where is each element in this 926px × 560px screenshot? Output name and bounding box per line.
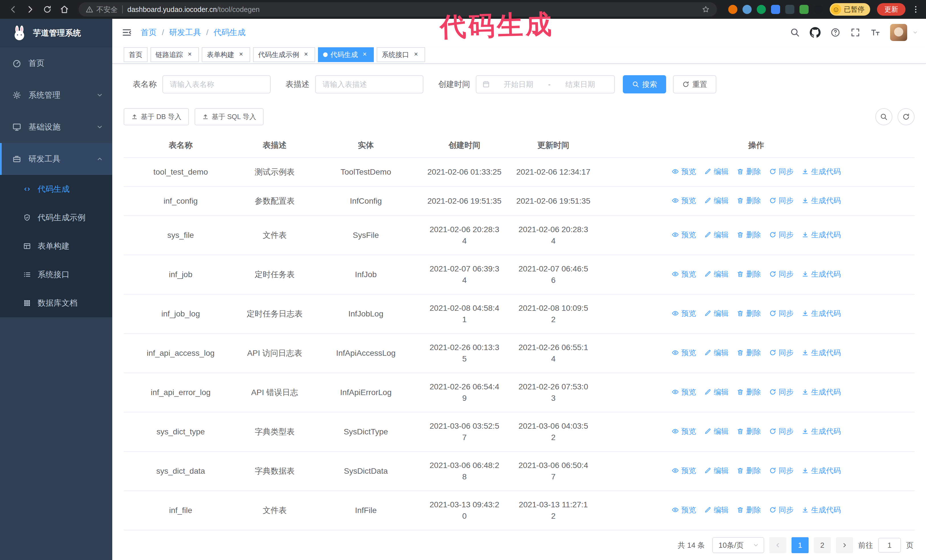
preview-link[interactable]: 预览 bbox=[672, 426, 696, 437]
delete-link[interactable]: 删除 bbox=[737, 166, 761, 177]
close-icon[interactable]: × bbox=[361, 51, 369, 59]
extension-fox-icon[interactable] bbox=[728, 5, 737, 14]
tab-codegen[interactable]: 代码生成× bbox=[318, 47, 374, 62]
sidebar-item-home[interactable]: 首页 bbox=[0, 47, 112, 79]
sidebar-subitem-db-doc[interactable]: 数据库文档 bbox=[0, 289, 112, 317]
delete-link[interactable]: 删除 bbox=[737, 426, 761, 437]
close-icon[interactable]: × bbox=[237, 51, 245, 59]
browser-home-button[interactable] bbox=[57, 2, 72, 17]
tab-home[interactable]: 首页 bbox=[124, 47, 148, 62]
close-icon[interactable]: × bbox=[186, 51, 194, 59]
tab-codegen-example[interactable]: 代码生成示例× bbox=[253, 47, 315, 62]
sidebar-item-dev-tools[interactable]: 研发工具 bbox=[0, 143, 112, 175]
delete-link[interactable]: 删除 bbox=[737, 308, 761, 319]
generate-link[interactable]: 生成代码 bbox=[802, 426, 841, 437]
extension-leaf-icon[interactable] bbox=[799, 5, 809, 14]
breadcrumb-dev-tools[interactable]: 研发工具 bbox=[157, 27, 201, 38]
generate-link[interactable]: 生成代码 bbox=[802, 347, 841, 358]
delete-link[interactable]: 删除 bbox=[737, 504, 761, 516]
edit-link[interactable]: 编辑 bbox=[704, 308, 729, 319]
preview-link[interactable]: 预览 bbox=[672, 504, 696, 516]
preview-link[interactable]: 预览 bbox=[672, 229, 696, 240]
extension-knot-icon[interactable] bbox=[814, 5, 823, 14]
edit-link[interactable]: 编辑 bbox=[704, 465, 729, 476]
edit-link[interactable]: 编辑 bbox=[704, 166, 729, 177]
generate-link[interactable]: 生成代码 bbox=[802, 465, 841, 476]
font-size-icon[interactable] bbox=[870, 27, 881, 38]
sidebar-subitem-codegen-example[interactable]: 代码生成示例 bbox=[0, 203, 112, 232]
sidebar-item-infra[interactable]: 基础设施 bbox=[0, 111, 112, 143]
delete-link[interactable]: 删除 bbox=[737, 386, 761, 398]
edit-link[interactable]: 编辑 bbox=[704, 347, 729, 358]
close-icon[interactable]: × bbox=[412, 51, 420, 59]
sync-link[interactable]: 同步 bbox=[769, 308, 793, 319]
generate-link[interactable]: 生成代码 bbox=[802, 268, 841, 280]
sync-link[interactable]: 同步 bbox=[769, 229, 793, 240]
sync-link[interactable]: 同步 bbox=[769, 504, 793, 516]
avatar[interactable] bbox=[890, 24, 907, 41]
goto-page-input[interactable] bbox=[878, 538, 901, 552]
preview-link[interactable]: 预览 bbox=[672, 465, 696, 476]
sidebar-subitem-codegen[interactable]: 代码生成 bbox=[0, 175, 112, 203]
generate-link[interactable]: 生成代码 bbox=[802, 504, 841, 516]
extension-drop-icon[interactable] bbox=[743, 5, 752, 14]
sync-link[interactable]: 同步 bbox=[769, 347, 793, 358]
sidebar-subitem-api[interactable]: 系统接口 bbox=[0, 260, 112, 289]
close-icon[interactable]: × bbox=[302, 51, 310, 59]
search-icon[interactable] bbox=[790, 27, 800, 38]
help-icon[interactable] bbox=[830, 27, 841, 38]
fullscreen-icon[interactable] bbox=[850, 27, 861, 38]
tab-tracing[interactable]: 链路追踪× bbox=[150, 47, 199, 62]
sync-link[interactable]: 同步 bbox=[769, 386, 793, 398]
sidebar-item-system[interactable]: 系统管理 bbox=[0, 79, 112, 111]
browser-back-button[interactable] bbox=[6, 2, 21, 17]
chrome-update-button[interactable]: 更新 bbox=[877, 3, 905, 16]
preview-link[interactable]: 预览 bbox=[672, 195, 696, 206]
sync-link[interactable]: 同步 bbox=[769, 166, 793, 177]
sync-link[interactable]: 同步 bbox=[769, 268, 793, 280]
create-time-range-picker[interactable]: 开始日期 - 结束日期 bbox=[476, 75, 615, 94]
breadcrumb-codegen[interactable]: 代码生成 bbox=[201, 27, 246, 38]
generate-link[interactable]: 生成代码 bbox=[802, 166, 841, 177]
github-icon[interactable] bbox=[810, 27, 820, 38]
table-desc-input[interactable] bbox=[315, 75, 424, 94]
page-2-button[interactable]: 2 bbox=[814, 537, 831, 553]
page-1-button[interactable]: 1 bbox=[791, 537, 809, 553]
profile-paused-badge[interactable]: ☺ 已暂停 bbox=[830, 3, 870, 16]
delete-link[interactable]: 删除 bbox=[737, 465, 761, 476]
extension-dark-icon[interactable] bbox=[785, 5, 794, 14]
toggle-search-button[interactable] bbox=[875, 108, 893, 125]
security-indicator[interactable]: 不安全 bbox=[85, 5, 118, 14]
import-sql-button[interactable]: 基于 SQL 导入 bbox=[195, 108, 263, 125]
breadcrumb-home[interactable]: 首页 bbox=[141, 27, 157, 38]
extension-people-icon[interactable] bbox=[771, 5, 780, 14]
tab-api[interactable]: 系统接口× bbox=[377, 47, 425, 62]
generate-link[interactable]: 生成代码 bbox=[802, 229, 841, 240]
import-db-button[interactable]: 基于 DB 导入 bbox=[124, 108, 189, 125]
sync-link[interactable]: 同步 bbox=[769, 195, 793, 206]
prev-page-button[interactable] bbox=[769, 537, 787, 553]
tab-form-builder[interactable]: 表单构建× bbox=[202, 47, 250, 62]
edit-link[interactable]: 编辑 bbox=[704, 195, 729, 206]
next-page-button[interactable] bbox=[836, 537, 853, 553]
preview-link[interactable]: 预览 bbox=[672, 386, 696, 398]
search-button[interactable]: 搜索 bbox=[623, 75, 666, 94]
delete-link[interactable]: 删除 bbox=[737, 195, 761, 206]
browser-reload-button[interactable] bbox=[40, 2, 55, 17]
preview-link[interactable]: 预览 bbox=[672, 268, 696, 280]
generate-link[interactable]: 生成代码 bbox=[802, 308, 841, 319]
browser-forward-button[interactable] bbox=[23, 2, 38, 17]
preview-link[interactable]: 预览 bbox=[672, 347, 696, 358]
app-logo-area[interactable]: 芋道管理系统 bbox=[0, 19, 112, 47]
address-bar[interactable]: 不安全 dashboard.yudao.iocoder.cn/tool/code… bbox=[79, 2, 717, 17]
sync-link[interactable]: 同步 bbox=[769, 465, 793, 476]
bookmark-star-icon[interactable] bbox=[702, 5, 710, 14]
preview-link[interactable]: 预览 bbox=[672, 166, 696, 177]
refresh-table-button[interactable] bbox=[897, 108, 915, 125]
chevron-down-icon[interactable] bbox=[912, 30, 918, 35]
generate-link[interactable]: 生成代码 bbox=[802, 386, 841, 398]
edit-link[interactable]: 编辑 bbox=[704, 268, 729, 280]
reset-button[interactable]: 重置 bbox=[673, 75, 716, 94]
edit-link[interactable]: 编辑 bbox=[704, 504, 729, 516]
page-size-select[interactable]: 10条/页 bbox=[712, 537, 764, 553]
